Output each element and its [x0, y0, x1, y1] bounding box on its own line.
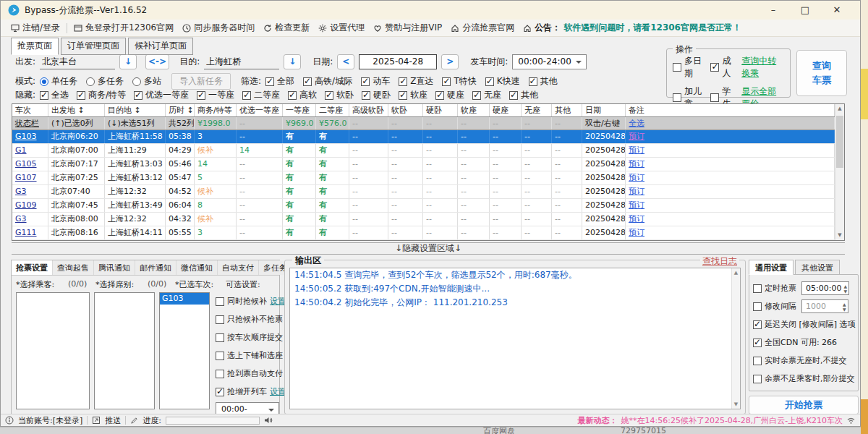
table-cell[interactable]: -- [349, 144, 388, 157]
table-cell[interactable]: 20250428 [582, 144, 626, 157]
table-cell[interactable]: 北京南07:17 [48, 158, 105, 171]
hide-checkbox-3[interactable]: 一等座 [197, 89, 234, 101]
grab-option-checkbox-0[interactable]: 同时抢候补 [216, 296, 267, 307]
table-cell[interactable]: 有 [283, 185, 316, 198]
table-cell[interactable]: 3 [195, 226, 237, 239]
to-dropdown-button[interactable]: ↓ [284, 54, 301, 69]
filter-checkbox-3[interactable]: Z直达 [399, 75, 433, 88]
mode-radio-2[interactable]: 多站 [132, 75, 161, 88]
table-cell[interactable]: 全选 [626, 117, 835, 129]
date-input[interactable]: 2025-04-28 [359, 54, 437, 69]
table-cell[interactable]: 3 [195, 130, 237, 143]
table-cell[interactable]: -- [522, 117, 552, 129]
table-cell[interactable]: -- [458, 158, 490, 171]
table-cell[interactable]: -- [237, 158, 283, 171]
selected-trains-listbox[interactable]: G103 [159, 292, 210, 409]
settings-tab-通用设置[interactable]: 通用设置 [749, 260, 793, 275]
hide-checkbox-6[interactable]: 软卧 [325, 89, 354, 101]
mode-radio-0[interactable]: 单任务 [40, 75, 77, 88]
table-cell[interactable]: -- [349, 130, 388, 143]
general-option-checkbox-3[interactable]: 全国CDN 可用: 266 [753, 337, 837, 348]
table-cell[interactable]: G3 [12, 213, 48, 226]
table-cell[interactable]: -- [552, 144, 582, 157]
table-cell[interactable]: -- [423, 226, 458, 239]
table-cell[interactable]: 有 [316, 171, 349, 184]
table-cell[interactable]: -- [388, 144, 423, 157]
table-row[interactable]: G105北京南07:17上海虹桥13:0305:4614--有有--------… [12, 158, 835, 171]
filter-checkbox-0[interactable]: 全部 [265, 75, 294, 88]
table-cell[interactable]: 状态栏 [12, 117, 48, 129]
table-cell[interactable]: 预订 [626, 144, 835, 157]
table-cell[interactable]: (↓)未选51列 [105, 117, 166, 129]
maximize-button[interactable]: □ [789, 1, 821, 20]
output-scroll-down-icon[interactable]: ▼ [732, 400, 740, 409]
table-cell[interactable]: -- [237, 226, 283, 239]
hide-settings-banner[interactable]: ↓隐藏设置区域↓ [12, 242, 845, 255]
table-cell[interactable]: -- [490, 158, 522, 171]
table-cell[interactable]: 有 [283, 171, 316, 184]
table-cell[interactable]: 预订 [626, 226, 835, 239]
toolbar-item-0[interactable]: 注销/登录 [7, 22, 64, 34]
hide-checkbox-11[interactable]: 其他 [509, 89, 538, 101]
grab-option-checkbox-4[interactable]: 抢到票自动支付 [216, 368, 283, 379]
table-cell[interactable]: -- [552, 199, 582, 212]
find-log-link[interactable]: 查找日志 [700, 255, 739, 268]
table-row[interactable]: G3北京南08:00上海12:3204:32候补--有有------------… [12, 213, 835, 226]
depart-time-select[interactable]: 00:00-24:00 [512, 54, 587, 69]
transfer-query-link[interactable]: 查询中转换乘 [741, 55, 784, 80]
minimize-button[interactable]: – [757, 1, 789, 20]
table-cell[interactable]: 上海虹桥14:11 [105, 226, 166, 239]
table-cell[interactable]: -- [388, 213, 423, 226]
table-cell[interactable]: G109 [12, 199, 48, 212]
output-scroll-up-icon[interactable]: ▲ [732, 268, 740, 277]
table-cell[interactable]: -- [423, 144, 458, 157]
table-cell[interactable]: -- [490, 199, 522, 212]
table-cell[interactable]: G107 [12, 171, 48, 184]
table-cell[interactable]: G103 [12, 130, 48, 143]
prev-date-button[interactable]: < [337, 54, 354, 69]
table-cell[interactable]: -- [552, 185, 582, 198]
table-cell[interactable]: 候补 [195, 144, 237, 157]
table-cell[interactable]: 04:29 [166, 144, 195, 157]
table-cell[interactable]: -- [388, 226, 423, 239]
from-station-input[interactable]: 北京丰台 [40, 55, 115, 69]
table-cell[interactable]: -- [388, 117, 423, 129]
table-cell[interactable]: -- [522, 213, 552, 226]
spinner-input[interactable]: 05:00:00▲▼ [801, 281, 849, 295]
query-tickets-button[interactable]: 查询 车票 [796, 50, 847, 96]
table-cell[interactable]: 北京南07:00 [48, 144, 105, 157]
speaker-icon[interactable] [264, 416, 273, 425]
grab-option-checkbox-3[interactable]: 选上下铺和选座 [216, 350, 283, 361]
table-cell[interactable]: 北京南06:20 [48, 130, 105, 143]
table-cell[interactable]: 20250428 [582, 171, 626, 184]
table-cell[interactable]: 有 [316, 199, 349, 212]
table-cell[interactable]: -- [237, 185, 283, 198]
output-scrollbar[interactable]: ▲ ▼ [731, 268, 740, 409]
table-cell[interactable]: -- [552, 226, 582, 239]
table-cell[interactable]: 有 [316, 144, 349, 157]
next-date-button[interactable]: > [441, 54, 459, 69]
scrollbar-thumb[interactable] [836, 116, 843, 168]
toolbar-item-3[interactable]: 检查更新 [259, 22, 314, 34]
table-cell[interactable]: 20250428 [582, 130, 626, 143]
table-cell[interactable]: 5 [195, 171, 237, 184]
table-cell[interactable]: -- [552, 158, 582, 171]
table-cell[interactable]: -- [552, 117, 582, 129]
selected-train-item[interactable]: G103 [160, 293, 209, 305]
settings-tab-抢票设置[interactable]: 抢票设置 [12, 260, 53, 275]
operate-checkbox-0[interactable]: 多日期 [673, 55, 703, 80]
table-cell[interactable]: 有 [316, 226, 349, 239]
table-cell[interactable]: 14 [195, 158, 237, 171]
table-cell[interactable]: 预订 [626, 185, 835, 198]
seat-listbox[interactable] [94, 292, 155, 409]
table-cell[interactable]: -- [458, 185, 490, 198]
table-cell[interactable]: 北京南08:00 [48, 213, 105, 226]
table-cell[interactable]: 预订 [626, 199, 835, 212]
hide-checkbox-7[interactable]: 硬卧 [362, 89, 391, 101]
settings-link[interactable]: 设置 [270, 296, 286, 307]
swap-stations-button[interactable]: <-> [145, 54, 169, 69]
table-cell[interactable]: -- [490, 171, 522, 184]
filter-checkbox-5[interactable]: K快速 [485, 75, 520, 88]
toolbar-item-2[interactable]: 同步服务器时间 [178, 22, 259, 34]
general-option-checkbox-0[interactable]: 定时抢票 [753, 283, 796, 294]
